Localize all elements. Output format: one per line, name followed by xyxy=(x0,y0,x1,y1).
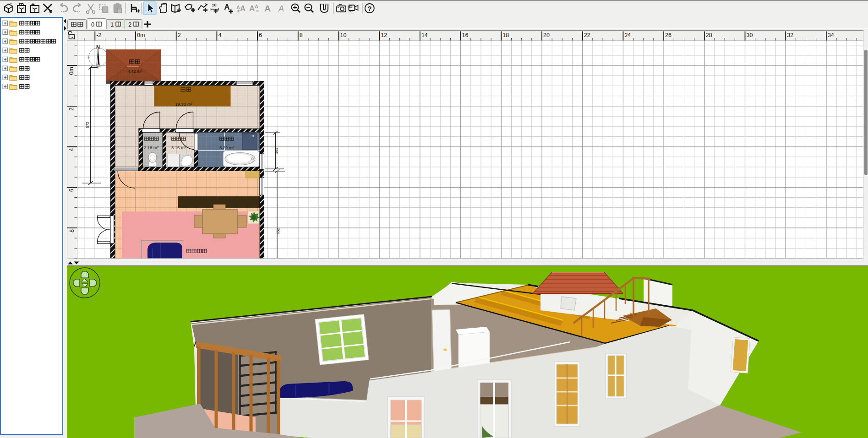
svg-text:22: 22 xyxy=(584,32,590,38)
svg-text:12: 12 xyxy=(381,32,387,38)
svg-text:14: 14 xyxy=(421,32,428,38)
svg-text:A: A xyxy=(240,5,246,12)
svg-text:2: 2 xyxy=(69,108,75,111)
svg-text:6.22 m²: 6.22 m² xyxy=(219,145,234,150)
svg-text:24: 24 xyxy=(624,32,631,38)
svg-text:572: 572 xyxy=(85,122,90,128)
svg-text:34: 34 xyxy=(828,32,834,38)
svg-text:4: 4 xyxy=(69,148,75,151)
svg-text:20: 20 xyxy=(543,32,550,38)
svg-text:-2: -2 xyxy=(96,32,101,38)
svg-text:8: 8 xyxy=(300,32,303,38)
svg-text:6: 6 xyxy=(69,189,75,192)
svg-text:A: A xyxy=(264,4,271,13)
svg-text:0: 0 xyxy=(91,21,94,28)
svg-text:26: 26 xyxy=(665,32,671,38)
svg-text:3.15 m²: 3.15 m² xyxy=(171,145,186,150)
svg-text:0m: 0m xyxy=(69,67,75,75)
svg-text:6: 6 xyxy=(259,32,262,38)
svg-text:4.42 m²: 4.42 m² xyxy=(128,69,142,74)
svg-text:2.18 m²: 2.18 m² xyxy=(144,145,158,150)
svg-text:19.33 m²: 19.33 m² xyxy=(175,102,192,107)
svg-text:0m: 0m xyxy=(137,32,145,38)
svg-text:16: 16 xyxy=(462,32,469,38)
svg-text:A: A xyxy=(236,5,240,10)
svg-text:10: 10 xyxy=(340,32,347,38)
svg-text:A: A xyxy=(278,4,284,13)
svg-text:A: A xyxy=(224,3,229,11)
svg-text:?: ? xyxy=(367,5,371,12)
svg-text:10: 10 xyxy=(212,3,216,7)
svg-text:8: 8 xyxy=(69,229,75,233)
svg-text:30: 30 xyxy=(747,32,753,38)
svg-text:4: 4 xyxy=(218,32,221,38)
svg-text:2: 2 xyxy=(128,21,131,28)
svg-text:652: 652 xyxy=(276,228,280,234)
svg-text:A: A xyxy=(249,5,255,12)
svg-text:32: 32 xyxy=(787,32,793,38)
svg-text:189: 189 xyxy=(274,147,278,154)
svg-text:28: 28 xyxy=(706,32,712,38)
svg-text:2: 2 xyxy=(178,32,181,38)
svg-text:18: 18 xyxy=(502,32,509,38)
svg-text:1: 1 xyxy=(110,21,114,28)
svg-text:A: A xyxy=(255,4,258,9)
